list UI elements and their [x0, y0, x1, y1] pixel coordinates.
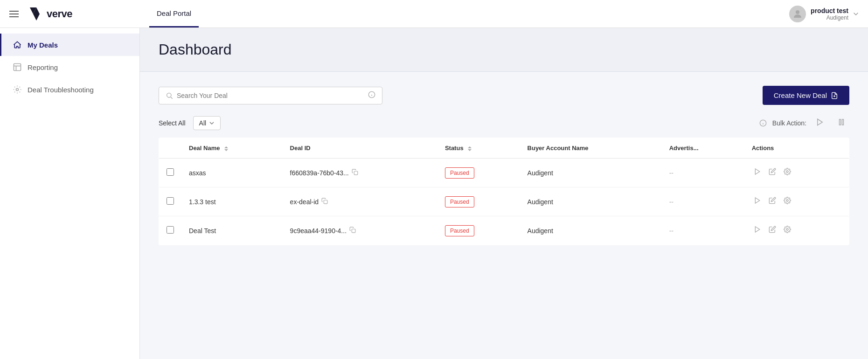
copy-deal-id-icon[interactable] — [321, 198, 328, 206]
table-row: asxas f660839a-76b0-43... Paused Audigen… — [159, 159, 849, 187]
user-avatar — [789, 6, 806, 22]
dashboard-header: Dashboard — [140, 28, 868, 72]
sort-deal-name-icon[interactable] — [224, 146, 228, 151]
activate-deal-button[interactable] — [752, 166, 763, 180]
search-icon — [166, 92, 173, 99]
bulk-info-icon[interactable] — [759, 119, 767, 127]
verve-logo: verve — [30, 7, 72, 21]
copy-deal-id-icon[interactable] — [352, 169, 358, 177]
tab-deal-portal[interactable]: Deal Portal — [149, 0, 199, 28]
row-status: Paused — [437, 159, 520, 187]
row-deal-name: Deal Test — [181, 216, 283, 245]
row-deal-id: ex-deal-id — [283, 187, 437, 216]
activate-deal-button[interactable] — [752, 224, 763, 237]
settings-deal-button[interactable] — [782, 195, 793, 208]
svg-rect-23 — [324, 200, 327, 204]
status-badge: Paused — [445, 167, 474, 179]
svg-point-2 — [796, 10, 799, 14]
table-body: asxas f660839a-76b0-43... Paused Audigen… — [159, 159, 849, 245]
row-checkbox-cell — [159, 216, 182, 245]
filter-dropdown[interactable]: All — [193, 116, 221, 130]
svg-rect-19 — [842, 119, 844, 125]
table-header: Deal Name Deal ID Status — [159, 138, 849, 159]
verve-chevron-icon — [30, 7, 43, 21]
edit-deal-button[interactable] — [767, 166, 778, 180]
filter-value: All — [199, 119, 207, 127]
nav-tabs: Deal Portal — [149, 0, 789, 28]
row-deal-name: 1.3.3 test — [181, 187, 283, 216]
th-deal-id: Deal ID — [283, 138, 437, 159]
row-checkbox-0[interactable] — [167, 168, 174, 176]
sidebar: My Deals Reporting Deal Troubleshooting — [0, 28, 140, 359]
status-badge: Paused — [445, 225, 474, 236]
edit-deal-button[interactable] — [767, 224, 778, 237]
bulk-action-label: Bulk Action: — [772, 119, 806, 127]
search-box — [159, 87, 382, 104]
row-checkbox-1[interactable] — [167, 197, 174, 205]
deals-table: Deal Name Deal ID Status — [159, 138, 849, 245]
deal-id-value: ex-deal-id — [290, 198, 319, 206]
th-deal-name: Deal Name — [181, 138, 283, 159]
table-row: Deal Test 9c9eaa44-9190-4... Paused Audi… — [159, 216, 849, 245]
svg-rect-26 — [352, 229, 355, 233]
copy-deal-id-icon[interactable] — [349, 227, 356, 235]
svg-line-8 — [171, 97, 173, 99]
user-info: product test Audigent — [811, 7, 848, 21]
chevron-down-icon[interactable] — [853, 11, 859, 17]
th-advertiser: Advertis... — [662, 138, 744, 159]
row-advertiser: -- — [662, 187, 744, 216]
hamburger-menu-icon[interactable] — [9, 9, 19, 19]
row-checkbox-cell — [159, 159, 182, 187]
content-area: Dashboard — [140, 28, 868, 359]
create-new-deal-button[interactable]: Create New Deal — [763, 86, 849, 105]
row-buyer-account: Audigent — [520, 216, 662, 245]
row-checkbox-cell — [159, 187, 182, 216]
sidebar-label-reporting: Reporting — [28, 63, 58, 71]
svg-rect-3 — [14, 64, 21, 71]
main-layout: My Deals Reporting Deal Troubleshooting … — [0, 28, 868, 359]
sidebar-item-my-deals[interactable]: My Deals — [0, 34, 139, 56]
svg-rect-20 — [354, 171, 358, 175]
svg-rect-18 — [840, 119, 841, 125]
svg-marker-21 — [755, 169, 759, 174]
edit-deal-button[interactable] — [767, 195, 778, 208]
settings-deal-button[interactable] — [782, 224, 793, 237]
troubleshooting-icon — [13, 85, 22, 94]
bulk-pause-button[interactable] — [833, 116, 849, 130]
svg-marker-17 — [818, 119, 823, 125]
th-checkbox — [159, 138, 182, 159]
user-avatar-icon — [792, 8, 803, 20]
th-status: Status — [437, 138, 520, 159]
svg-point-25 — [786, 200, 788, 201]
svg-point-6 — [16, 89, 19, 91]
row-deal-id: 9c9eaa44-9190-4... — [283, 216, 437, 245]
chevron-down-icon — [209, 120, 215, 126]
row-status: Paused — [437, 216, 520, 245]
settings-deal-button[interactable] — [782, 166, 793, 180]
row-checkbox-2[interactable] — [167, 226, 174, 234]
th-buyer-account: Buyer Account Name — [520, 138, 662, 159]
bulk-activate-button[interactable] — [812, 116, 828, 130]
svg-marker-27 — [755, 227, 759, 232]
activate-deal-button[interactable] — [752, 195, 763, 208]
user-area: product test Audigent — [789, 6, 859, 22]
logo-area: verve — [9, 7, 149, 21]
th-actions: Actions — [744, 138, 849, 159]
sidebar-item-reporting[interactable]: Reporting — [0, 56, 139, 78]
svg-point-28 — [786, 228, 788, 230]
user-name: product test — [811, 7, 848, 14]
row-advertiser: -- — [662, 216, 744, 245]
table-row: 1.3.3 test ex-deal-id Paused Audigent -- — [159, 187, 849, 216]
status-badge: Paused — [445, 196, 474, 207]
search-input[interactable] — [177, 92, 364, 99]
top-nav: verve Deal Portal product test Audigent — [0, 0, 868, 28]
row-buyer-account: Audigent — [520, 159, 662, 187]
deal-id-value: f660839a-76b0-43... — [290, 169, 349, 177]
home-icon — [13, 40, 22, 49]
sidebar-item-deal-troubleshooting[interactable]: Deal Troubleshooting — [0, 78, 139, 101]
search-info-icon[interactable] — [368, 91, 375, 100]
row-buyer-account: Audigent — [520, 187, 662, 216]
sort-status-icon[interactable] — [468, 146, 472, 151]
user-org: Audigent — [811, 14, 848, 21]
verve-brand-name: verve — [47, 8, 72, 20]
